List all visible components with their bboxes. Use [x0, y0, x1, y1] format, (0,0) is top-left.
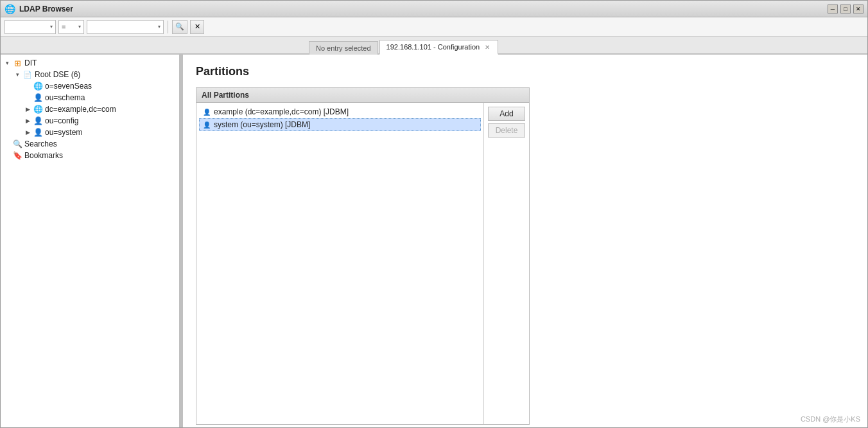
dit-icon: ⊞ — [12, 58, 22, 68]
delete-button[interactable]: Delete — [488, 123, 525, 138]
toolbar-search-btn[interactable]: 🔍 — [172, 20, 187, 34]
partition-icon-example: 👤 — [202, 107, 211, 116]
partition-icon-system: 👤 — [202, 120, 211, 129]
person-icon-schema: 👤 — [33, 93, 43, 103]
toolbar-combo-1[interactable]: ▾ — [4, 20, 56, 34]
partition-label-example: example (dc=example,dc=com) [JDBM] — [214, 107, 349, 116]
globe-icon-example: 🌐 — [33, 104, 43, 114]
toggle-root-dse[interactable]: ▾ — [13, 71, 21, 78]
left-panel: ▾ ⊞ DIT ▾ 📄 Root DSE (6) 🌐 o=sevenSeas 👤 — [1, 55, 180, 427]
tab-no-entry-label: No entry selected — [316, 44, 371, 52]
page-title: Partitions — [196, 65, 855, 78]
app-title: LDAP Browser — [19, 4, 73, 13]
tab-bar: No entry selected 192.168.1.101 - Config… — [1, 37, 867, 55]
right-panel: Partitions All Partitions 👤 example (dc=… — [183, 55, 867, 427]
dit-label: DIT — [24, 58, 37, 67]
root-dse-label: Root DSE (6) — [35, 70, 80, 79]
title-bar: 🌐 LDAP Browser ─ □ ✕ — [1, 1, 867, 17]
partitions-section: All Partitions 👤 example (dc=example,dc=… — [196, 87, 530, 425]
bookmarks-label: Bookmarks — [24, 151, 63, 160]
ou-config-label: ou=config — [45, 116, 78, 125]
minimize-button[interactable]: ─ — [828, 4, 838, 13]
toggle-ou-system[interactable]: ▶ — [24, 129, 31, 136]
partitions-body: 👤 example (dc=example,dc=com) [JDBM] 👤 s… — [196, 103, 529, 424]
tab-config[interactable]: 192.168.1.101 - Configuration ✕ — [379, 40, 499, 55]
person-icon-config: 👤 — [33, 116, 43, 126]
tree-item-root-dse[interactable]: ▾ 📄 Root DSE (6) — [1, 69, 179, 80]
add-button[interactable]: Add — [488, 107, 525, 121]
app-icon: 🌐 — [4, 4, 15, 14]
person-icon-system: 👤 — [33, 127, 43, 138]
toolbar-combo-2[interactable]: = ▾ — [58, 20, 84, 34]
toggle-bookmarks — [3, 152, 11, 159]
app-window: 🌐 LDAP Browser ─ □ ✕ ▾ = ▾ ▾ 🔍 ✕ No entr… — [0, 0, 868, 428]
toggle-o-sevenseas — [24, 82, 31, 90]
tree-item-searches[interactable]: 🔍 Searches — [1, 138, 179, 150]
ou-schema-label: ou=schema — [45, 93, 85, 102]
close-button[interactable]: ✕ — [853, 4, 864, 13]
tree-item-ou-schema[interactable]: 👤 ou=schema — [1, 92, 179, 103]
partition-item-system[interactable]: 👤 system (ou=system) [JDBM] — [199, 118, 481, 131]
toolbar-clear-btn[interactable]: ✕ — [190, 20, 204, 34]
root-dse-icon: 📄 — [22, 69, 33, 80]
window-controls: ─ □ ✕ — [828, 4, 864, 13]
partition-label-system: system (ou=system) [JDBM] — [214, 120, 310, 129]
tab-no-entry[interactable]: No entry selected — [309, 41, 378, 55]
tree-item-ou-config[interactable]: ▶ 👤 ou=config — [1, 115, 179, 127]
watermark: CSDN @你是小KS — [801, 415, 860, 424]
combo2-value: = — [62, 23, 65, 31]
bookmark-icon: 🔖 — [12, 150, 22, 161]
partition-item-example[interactable]: 👤 example (dc=example,dc=com) [JDBM] — [199, 105, 481, 118]
combo1-arrow: ▾ — [50, 24, 53, 30]
tab-config-close[interactable]: ✕ — [483, 44, 491, 51]
tab-config-label: 192.168.1.101 - Configuration — [386, 43, 480, 51]
tree-item-o-sevenseas[interactable]: 🌐 o=sevenSeas — [1, 80, 179, 92]
toggle-ou-config[interactable]: ▶ — [24, 117, 31, 125]
maximize-button[interactable]: □ — [840, 4, 851, 13]
globe-icon-sevenseas: 🌐 — [33, 81, 43, 91]
tree-item-ou-system[interactable]: ▶ 👤 ou=system — [1, 127, 179, 138]
main-layout: ▾ ⊞ DIT ▾ 📄 Root DSE (6) 🌐 o=sevenSeas 👤 — [1, 55, 867, 427]
toolbar: ▾ = ▾ ▾ 🔍 ✕ — [1, 17, 867, 37]
toggle-searches — [3, 140, 11, 148]
toolbar-combo-3[interactable]: ▾ — [87, 20, 164, 34]
search-icon: 🔍 — [12, 139, 22, 149]
dc-example-label: dc=example,dc=com — [45, 105, 116, 114]
toggle-dit[interactable]: ▾ — [3, 59, 11, 67]
partitions-list[interactable]: 👤 example (dc=example,dc=com) [JDBM] 👤 s… — [196, 103, 484, 424]
o-sevenseas-label: o=sevenSeas — [45, 82, 92, 91]
tree-item-bookmarks[interactable]: 🔖 Bookmarks — [1, 150, 179, 161]
tree-item-dc-example[interactable]: ▶ 🌐 dc=example,dc=com — [1, 103, 179, 115]
tree-item-dit[interactable]: ▾ ⊞ DIT — [1, 57, 179, 69]
toolbar-sep-1 — [168, 21, 168, 33]
toggle-dc-example[interactable]: ▶ — [24, 105, 31, 113]
partitions-header: All Partitions — [196, 88, 529, 103]
combo2-arrow: ▾ — [78, 24, 81, 30]
searches-label: Searches — [24, 139, 57, 148]
partitions-buttons: Add Delete — [484, 103, 529, 424]
combo3-arrow: ▾ — [158, 24, 161, 30]
toggle-ou-schema — [24, 94, 31, 102]
ou-system-label: ou=system — [45, 128, 82, 137]
